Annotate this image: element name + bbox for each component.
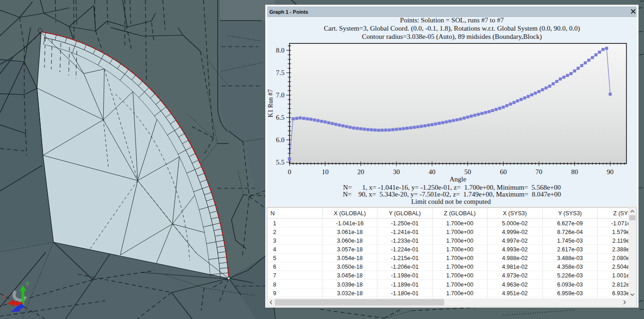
svg-text:Z: Z [4,294,7,299]
svg-text:1.700e+00: 1.700e+00 [446,255,473,261]
svg-text:6.959e-03: 6.959e-03 [557,290,583,297]
svg-text:6.627e-09: 6.627e-09 [557,220,583,227]
svg-text:8.726e-04: 8.726e-04 [557,229,583,235]
svg-text:-1.224e-01: -1.224e-01 [391,246,419,253]
svg-text:4: 4 [273,246,276,253]
svg-text:1.700e+00: 1.700e+00 [446,290,473,297]
svg-text:3.050e-18: 3.050e-18 [337,264,363,270]
svg-text:-1.250e-01: -1.250e-01 [391,220,419,227]
svg-text:70: 70 [536,168,542,175]
svg-text:N= 90, x= 5.343e-20, y= -7: N= 90, x= 5.343e-20, y= -7.501e-02, z= 1… [343,191,561,198]
svg-text:90: 90 [607,168,614,175]
svg-text:8.0: 8.0 [276,47,284,54]
svg-text:Graph 1 - Points: Graph 1 - Points [269,9,308,15]
svg-text:50: 50 [464,168,471,175]
svg-text:Limit could not be computed: Limit could not be computed [411,198,491,205]
svg-text:4.988e-02: 4.988e-02 [502,255,527,261]
svg-text:8: 8 [273,282,276,288]
svg-text:5: 5 [273,255,276,261]
svg-text:Points: Solution = SOL, runs #: Points: Solution = SOL, runs #7 to #7 [400,16,504,24]
svg-text:3.057e-18: 3.057e-18 [337,246,363,253]
svg-text:4.951e-02: 4.951e-02 [502,290,527,297]
svg-text:6.0: 6.0 [276,136,284,144]
svg-text:1.700e+00: 1.700e+00 [446,220,473,227]
svg-text:9: 9 [273,290,276,297]
svg-text:4.973e-02: 4.973e-02 [502,272,527,279]
svg-text:30: 30 [393,168,400,175]
svg-text:Contour radius=3.038e-05 (Auto: Contour radius=3.038e-05 (Auto), 89 mids… [362,33,542,41]
svg-text:N: N [271,210,275,217]
svg-text:1: 1 [273,220,276,227]
svg-text:1.745e-03: 1.745e-03 [557,238,583,244]
svg-text:-1.189e-01: -1.189e-01 [391,282,419,288]
svg-text:1.700e+00: 1.700e+00 [446,246,473,253]
svg-text:4.997e-02: 4.997e-02 [502,238,527,244]
svg-text:1.700e+00: 1.700e+00 [446,282,473,288]
svg-text:40: 40 [429,168,435,175]
svg-text:3.032e-18: 3.032e-18 [337,290,363,297]
svg-text:20: 20 [357,168,364,175]
svg-text:6.5: 6.5 [276,114,284,121]
svg-text:3.488e-03: 3.488e-03 [557,255,583,261]
svg-text:1.700e+00: 1.700e+00 [446,229,473,235]
svg-text:2.617e-03: 2.617e-03 [557,246,583,253]
svg-text:2: 2 [273,229,276,235]
svg-text:Angle: Angle [450,175,467,183]
svg-text:80: 80 [571,168,578,175]
svg-text:1.700e+00: 1.700e+00 [446,238,473,244]
svg-text:4.981e-02: 4.981e-02 [502,264,527,270]
svg-text:6: 6 [273,264,276,270]
svg-text:4.358e-03: 4.358e-03 [557,264,583,270]
svg-text:X (GLOBAL): X (GLOBAL) [334,210,366,217]
svg-text:1.700e+00: 1.700e+00 [446,272,473,279]
svg-text:1.700e+00: 1.700e+00 [446,264,473,270]
svg-text:3.054e-18: 3.054e-18 [337,255,363,261]
svg-text:X (SYS3): X (SYS3) [503,210,527,217]
svg-text:4.963e-02: 4.963e-02 [502,282,527,288]
svg-text:5.226e-03: 5.226e-03 [557,272,583,279]
svg-text:Cart. System=3, Global Coord.: Cart. System=3, Global Coord. (0.0, -0.1… [324,25,580,32]
svg-text:7: 7 [273,272,276,279]
svg-text:5.5: 5.5 [276,159,284,166]
svg-text:3.061e-18: 3.061e-18 [337,229,363,235]
svg-text:10: 10 [322,168,328,175]
svg-text:Y: Y [26,281,29,287]
svg-text:Y (SYS3): Y (SYS3) [558,210,582,217]
svg-text:4.993e-02: 4.993e-02 [502,246,527,253]
svg-text:3.039e-18: 3.039e-18 [337,282,363,288]
svg-text:-1.215e-01: -1.215e-01 [391,255,419,261]
svg-text:3: 3 [273,238,276,244]
svg-text:Z (GLOBAL): Z (GLOBAL) [444,210,476,217]
svg-text:5.000e-02: 5.000e-02 [502,220,527,227]
svg-text:Y (GLOBAL): Y (GLOBAL) [389,210,421,217]
svg-text:6.093e-03: 6.093e-03 [557,282,583,288]
svg-text:3.060e-18: 3.060e-18 [337,238,363,244]
svg-text:-1.041e-16: -1.041e-16 [336,220,364,227]
svg-text:7.5: 7.5 [276,69,284,76]
svg-text:-1.233e-01: -1.233e-01 [391,238,419,244]
svg-text:-1.206e-01: -1.206e-01 [391,264,419,270]
svg-text:-1.180e-01: -1.180e-01 [391,290,419,297]
svg-text:-1.241e-01: -1.241e-01 [391,229,419,235]
svg-text:7.0: 7.0 [276,91,284,99]
svg-text:0: 0 [288,168,291,175]
svg-text:4.999e-02: 4.999e-02 [502,229,527,235]
svg-text:3.045e-18: 3.045e-18 [337,272,363,279]
svg-text:K1 Run #7: K1 Run #7 [267,89,274,117]
svg-text:60: 60 [500,168,507,175]
svg-text:-1.198e-01: -1.198e-01 [391,272,419,279]
